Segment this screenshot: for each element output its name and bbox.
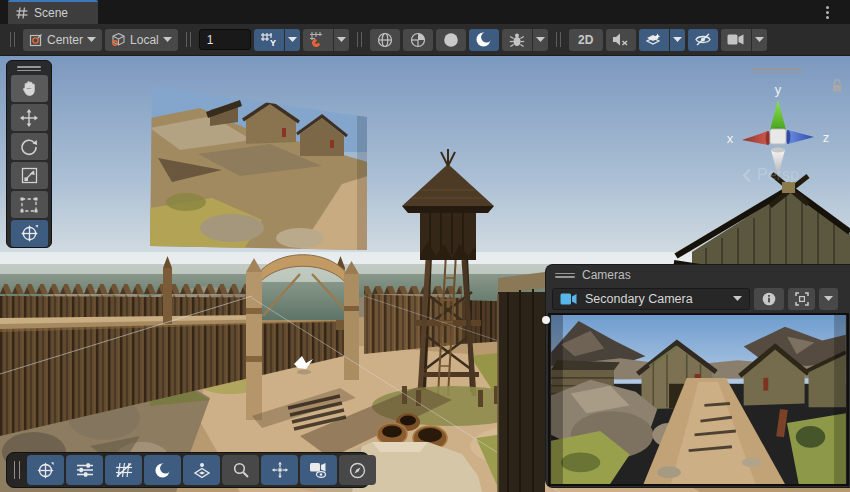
gizmo-drag-handle[interactable] [752,66,802,75]
toolbar-drag-handle[interactable] [10,32,15,47]
scene-visibility-button[interactable] [688,29,718,51]
tab-label: Scene [34,6,68,20]
audio-mute-icon [612,32,629,47]
scene-camera-options[interactable] [752,29,767,51]
selected-camera-label: Secondary Camera [585,292,725,306]
kebab-menu-icon[interactable] [823,3,832,22]
snap-section-handle[interactable] [186,32,191,47]
grid-snap-overlay-button[interactable] [105,455,142,485]
mode-2d-button[interactable]: 2D [569,29,603,51]
svg-text:y: y [775,84,782,97]
scene-effects-options[interactable] [670,29,685,51]
mode-2d-label: 2D [578,33,593,47]
increment-snap-button[interactable] [303,29,333,51]
tools-drag-handle[interactable] [17,64,41,73]
moon-crescent-icon [475,31,492,48]
rotate-icon [20,138,38,156]
tab-bar: Scene [0,0,850,24]
transform-icon [20,224,39,243]
hand-icon [21,80,38,97]
search-overlay-button[interactable] [222,455,259,485]
sphere-wireframe-icon [377,32,393,48]
sphere-quarter-button[interactable] [403,29,433,51]
video-camera-icon [560,293,577,305]
grid-snap-options[interactable] [285,29,300,51]
debug-button[interactable] [502,29,532,51]
overlay-dock-indicator[interactable] [542,316,550,324]
cameras-overlay: Cameras Secondary Camera [545,264,850,488]
axis-z-cone[interactable]: z [786,130,830,145]
camera-split-button [721,29,767,51]
pivot-label: Center [47,33,83,47]
orientation-gizmo: y x z Persp [708,58,850,200]
draw-mode-section-handle[interactable] [357,32,362,47]
gizmo-center-cube[interactable] [770,129,786,144]
circle-filled-icon [443,32,459,48]
tools-overlay [6,60,52,248]
transform-tools-overlay-button[interactable] [27,455,64,485]
view-hand-tool[interactable] [11,75,48,102]
eye-slash-icon [694,32,712,47]
orientation-dropdown[interactable]: Local [105,29,178,51]
cameras-drag-handle[interactable] [555,271,575,280]
tool-settings-overlay-button[interactable] [66,455,103,485]
tab-scene[interactable]: Scene [8,0,98,24]
scene-camera-button[interactable] [721,29,751,51]
audio-mute-button[interactable] [606,29,636,51]
projection-label: Persp [757,166,799,184]
scene-toolbar: Center Local [0,24,850,56]
move-tool[interactable] [11,104,48,131]
move-center-icon [271,461,289,479]
orientation-label: Local [130,33,159,47]
scene-effects-button[interactable] [639,29,669,51]
lighting-overlay-button[interactable] [144,455,181,485]
magnifier-icon [233,462,249,478]
overlay-toolbar-handle[interactable] [14,461,20,479]
camera-select-dropdown[interactable]: Secondary Camera [552,288,750,310]
effects-overlay-button[interactable] [183,455,220,485]
projection-toggle[interactable]: Persp [742,166,799,184]
lighting-toggle-button[interactable] [469,29,499,51]
pivot-dropdown[interactable]: Center [23,29,102,51]
svg-text:Y: Y [270,38,276,47]
svg-text:z: z [823,130,830,145]
info-icon [762,292,776,306]
moon-crescent-icon [154,462,171,479]
grid-size-input[interactable] [199,29,251,50]
camera-maximize-button[interactable] [788,288,815,310]
increment-snap-options[interactable] [334,29,349,51]
circle-filled-button[interactable] [436,29,466,51]
rect-tool[interactable] [11,191,48,218]
chevron-down-icon [673,37,682,42]
rotate-tool[interactable] [11,133,48,160]
sphere-quarter-icon [410,32,426,48]
debug-options[interactable] [533,29,548,51]
chevron-down-icon [163,37,172,42]
increment-snap-split-button [303,29,349,51]
grid-snap-button[interactable]: Y [254,29,284,51]
move-gizmos-overlay-button[interactable] [261,455,298,485]
debug-split-button [502,29,548,51]
navigation-overlay-button[interactable] [339,455,376,485]
rect-tool-icon [20,197,38,213]
camera-preview [548,313,849,486]
local-cube-icon [111,32,126,47]
move-icon [20,109,38,127]
shadowed-building[interactable] [498,272,545,492]
cameras-overlay-button[interactable] [300,455,337,485]
scale-tool[interactable] [11,162,48,189]
video-camera-icon [727,33,745,46]
chevron-down-icon [824,296,833,301]
axis-y-cone[interactable]: y [770,84,786,133]
grid-icon [16,7,28,19]
camera-info-button[interactable] [754,288,784,310]
camera-panel-menu[interactable] [819,288,838,310]
transform-tool[interactable] [11,220,48,247]
axis-x-cone[interactable]: x [727,131,771,146]
maximize-icon [795,292,809,306]
view-options-handle[interactable] [556,32,561,47]
grid-slash-icon [115,462,133,478]
unity-scene-window: Scene Center Local [0,0,850,492]
cameras-title: Cameras [582,268,631,282]
sphere-wireframe-button[interactable] [370,29,400,51]
